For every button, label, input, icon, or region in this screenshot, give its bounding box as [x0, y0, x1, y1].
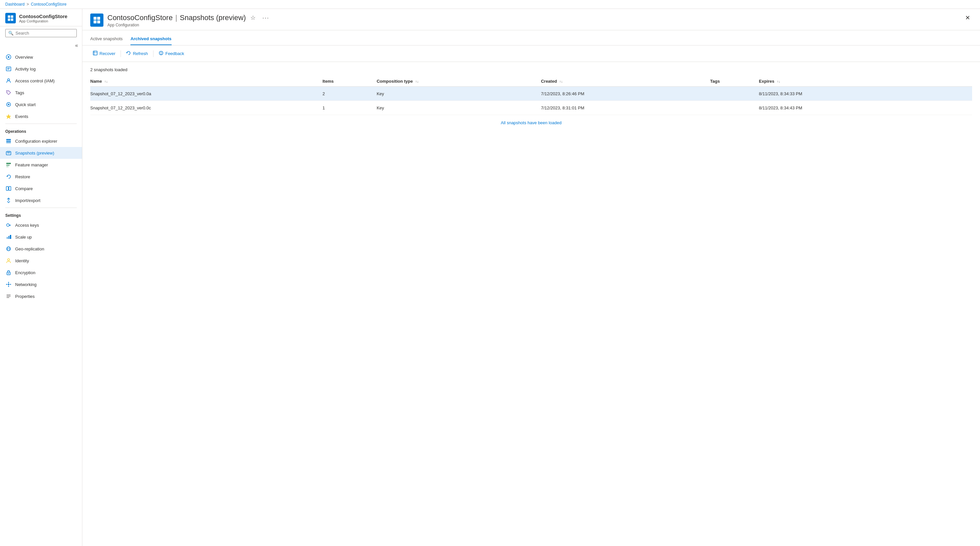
- feedback-label: Feedback: [165, 51, 184, 56]
- sidebar-item-properties[interactable]: Properties: [0, 290, 82, 302]
- table-row[interactable]: Snapshot_07_12_2023_ver0.0a 2 Key 7/12/2…: [90, 87, 972, 101]
- created-sort-icon[interactable]: ↑↓: [559, 80, 563, 83]
- networking-icon: [5, 281, 12, 288]
- row2-composition-type: Key: [377, 101, 541, 115]
- sidebar-item-geo-replication[interactable]: Geo-replication: [0, 243, 82, 255]
- feedback-button[interactable]: Feedback: [156, 49, 187, 58]
- breadcrumb-resource[interactable]: ContosoConfigStore: [31, 2, 67, 6]
- top-nav: Overview Activity log Access control (IA…: [0, 51, 82, 122]
- resource-icon: [90, 14, 103, 27]
- row1-composition-type: Key: [377, 87, 541, 101]
- svg-rect-29: [8, 236, 10, 239]
- svg-point-41: [8, 286, 9, 287]
- resource-header-row: ContosoConfigStore | Snapshots (preview)…: [90, 13, 972, 30]
- sidebar-item-access-keys[interactable]: Access keys: [0, 219, 82, 231]
- app-icon: [5, 13, 16, 23]
- identity-icon: [5, 257, 12, 264]
- sidebar-item-snapshots[interactable]: Snapshots (preview): [0, 147, 82, 159]
- sidebar-item-networking-label: Networking: [15, 282, 37, 287]
- breadcrumb-sep: >: [27, 2, 29, 6]
- sidebar-item-encryption-label: Encryption: [15, 270, 35, 275]
- name-sort-icon[interactable]: ↑↓: [104, 80, 108, 83]
- table-row[interactable]: Snapshot_07_12_2023_ver0.0c 1 Key 7/12/2…: [90, 101, 972, 115]
- svg-rect-19: [6, 163, 11, 164]
- tabs-bar: Active snapshots Archived snapshots: [82, 33, 980, 46]
- sidebar-item-config-explorer[interactable]: Configuration explorer: [0, 135, 82, 147]
- expires-sort-icon[interactable]: ↑↓: [777, 80, 780, 83]
- svg-point-37: [8, 284, 9, 285]
- svg-rect-16: [6, 142, 11, 143]
- svg-rect-53: [93, 51, 97, 55]
- sidebar-item-overview[interactable]: Overview: [0, 51, 82, 63]
- sidebar-item-activity-log[interactable]: Activity log: [0, 63, 82, 75]
- svg-point-57: [161, 54, 161, 54]
- content-area: ContosoConfigStore | Snapshots (preview)…: [82, 9, 980, 546]
- favorite-button[interactable]: ☆: [248, 13, 258, 23]
- svg-rect-14: [6, 139, 11, 140]
- sidebar-item-encryption[interactable]: Encryption: [0, 267, 82, 279]
- sidebar-item-iam[interactable]: Access control (IAM): [0, 75, 82, 87]
- row2-actions: ···: [928, 101, 972, 115]
- sidebar-item-import-export[interactable]: Import/export: [0, 194, 82, 206]
- tab-archived-snapshots[interactable]: Archived snapshots: [130, 33, 171, 45]
- quick-start-icon: [5, 101, 12, 108]
- sidebar-item-scale-up[interactable]: Scale up: [0, 231, 82, 243]
- sidebar-resource-name: ContosoConfigStore: [19, 14, 68, 19]
- sidebar-item-access-keys-label: Access keys: [15, 223, 39, 228]
- collapse-button[interactable]: «: [74, 41, 80, 50]
- sidebar-item-compare[interactable]: Compare: [0, 183, 82, 194]
- svg-rect-15: [6, 141, 11, 142]
- svg-rect-28: [6, 237, 8, 239]
- sidebar-item-events[interactable]: Events: [0, 110, 82, 122]
- sidebar-item-identity-label: Identity: [15, 258, 29, 263]
- sidebar-item-identity[interactable]: Identity: [0, 255, 82, 267]
- sidebar-item-feature-manager[interactable]: Feature manager: [0, 159, 82, 171]
- refresh-icon: [126, 51, 131, 56]
- svg-point-40: [8, 282, 9, 283]
- resource-name: ContosoConfigStore: [107, 14, 173, 22]
- keys-icon: [5, 222, 12, 228]
- toolbar: Recover Refresh Feedback: [82, 46, 980, 62]
- row2-items: 1: [323, 101, 377, 115]
- recover-button[interactable]: Recover: [90, 49, 118, 58]
- svg-rect-1: [11, 16, 13, 18]
- svg-point-5: [8, 56, 10, 58]
- svg-point-38: [6, 284, 7, 285]
- row2-created: 7/12/2023, 8:31:01 PM: [541, 101, 710, 115]
- events-icon: [5, 113, 12, 119]
- refresh-label: Refresh: [133, 51, 148, 56]
- sidebar-item-snapshots-label: Snapshots (preview): [15, 151, 54, 156]
- svg-point-25: [6, 224, 9, 226]
- more-button[interactable]: ···: [260, 13, 271, 23]
- app-shell: Dashboard > ContosoConfigStore ContosoCo…: [0, 0, 980, 546]
- search-wrap[interactable]: 🔍: [5, 29, 77, 37]
- sidebar-collapse-row: «: [0, 40, 82, 51]
- svg-point-39: [10, 284, 11, 285]
- sidebar-item-tags[interactable]: Tags: [0, 87, 82, 99]
- sidebar-item-restore[interactable]: Restore: [0, 171, 82, 183]
- sidebar-item-quick-start[interactable]: Quick start: [0, 99, 82, 110]
- refresh-button[interactable]: Refresh: [124, 49, 151, 58]
- resource-header: ContosoConfigStore | Snapshots (preview)…: [82, 9, 980, 30]
- iam-icon: [5, 78, 12, 84]
- table-area: 2 snapshots loaded Name ↑↓ Items: [82, 62, 980, 546]
- scale-icon: [5, 234, 12, 240]
- row1-actions: ···: [928, 87, 972, 101]
- operations-divider: [5, 124, 77, 124]
- search-icon: 🔍: [8, 31, 14, 36]
- tab-active-snapshots[interactable]: Active snapshots: [90, 33, 123, 45]
- operations-section: Operations Configuration explorer Snapsh…: [0, 122, 82, 206]
- properties-icon: [5, 293, 12, 299]
- close-button[interactable]: ✕: [963, 13, 972, 23]
- search-input[interactable]: [16, 31, 74, 36]
- sidebar-item-activity-log-label: Activity log: [15, 67, 36, 72]
- feedback-icon: [159, 51, 163, 56]
- svg-marker-13: [6, 115, 11, 119]
- resource-header-left: ContosoConfigStore | Snapshots (preview)…: [90, 13, 271, 27]
- svg-rect-2: [8, 18, 10, 21]
- encryption-icon: [5, 269, 12, 276]
- breadcrumb-dashboard[interactable]: Dashboard: [5, 2, 25, 6]
- composition-sort-icon[interactable]: ↑↓: [415, 80, 419, 83]
- row2-expires: 8/11/2023, 8:34:43 PM: [759, 101, 928, 115]
- sidebar-item-networking[interactable]: Networking: [0, 279, 82, 290]
